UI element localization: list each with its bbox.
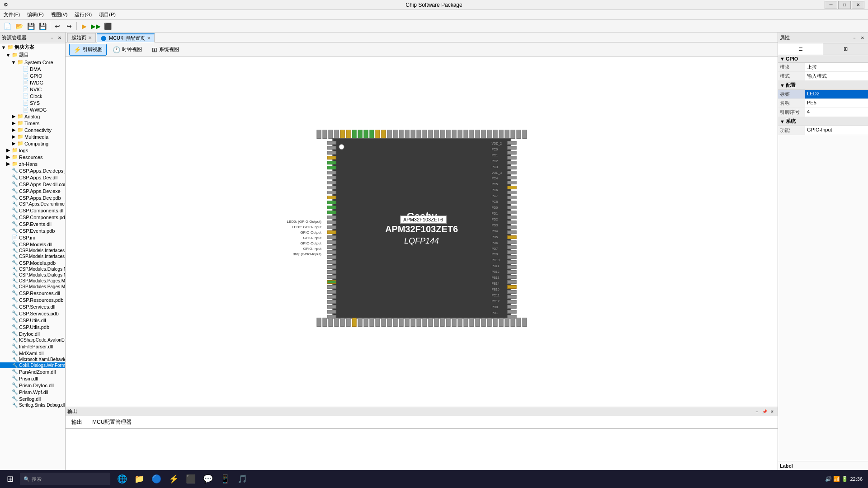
tree-file-dryioc[interactable]: 🔧 DryIoc.dll [0, 330, 65, 337]
right-tab-properties[interactable]: ☰ [778, 43, 823, 55]
tree-file-modules-dialogs1[interactable]: 🔧 CSP.Modules.Dialogs.NewMC [0, 266, 65, 272]
prop-value-name[interactable]: PE5 [805, 99, 868, 108]
tree-resources[interactable]: ▶ 📁 Resources [0, 154, 65, 160]
menu-project[interactable]: 项目(P) [95, 10, 119, 19]
taskbar-app-5[interactable]: ⬛ [183, 471, 199, 487]
tree-file-mdxaml[interactable]: 🔧 MdXaml.dll [0, 350, 65, 357]
tree-file-3[interactable]: 🔧 CSP.Apps.Dev.dll.config [0, 181, 65, 188]
tree-file-2[interactable]: 🔧 CSP.Apps.Dev.dll [0, 174, 65, 181]
tree-file-panandzoom[interactable]: 🔧 PanAndZoom.dll [0, 368, 65, 375]
taskbar-app-3[interactable]: 🔵 [148, 471, 165, 487]
prop-value-function[interactable]: GPIO-Input [805, 126, 868, 135]
prop-value-label[interactable]: LED2 [805, 90, 868, 99]
tree-item-0[interactable]: ▼ 📁 题目 [0, 51, 65, 59]
tree-file-serilog[interactable]: 🔧 Serilog.dll [0, 395, 65, 402]
tree-file-resources-pdb[interactable]: 🔧 CSP.Resources.pdb [0, 296, 65, 303]
chip-canvas[interactable]: LED0: (GPIO-Output) LED2: GPIO-Input GPI… [66, 57, 778, 407]
output-tab-mcu-config[interactable]: MCU配置管理器 [88, 417, 136, 427]
output-tab-output[interactable]: 输出 [67, 417, 86, 427]
tree-zh-hans[interactable]: ▶ 📁 zh-Hans [0, 160, 65, 167]
output-minimize-button[interactable]: − [753, 408, 760, 415]
tree-file-serilog-sinks[interactable]: 🔧 Serilog.Sinks.Debug.dll [0, 402, 65, 408]
prop-value-pin-no[interactable]: 4 [805, 108, 868, 117]
tree-sys[interactable]: 📄 SYS [0, 99, 65, 106]
tree-file-9[interactable]: 🔧 CSP.Events.dll [0, 221, 65, 227]
right-tab-details[interactable]: ⊞ [823, 43, 868, 55]
output-close-button[interactable]: ✕ [769, 408, 776, 415]
tree-nvic[interactable]: 📄 NVIC [0, 86, 65, 93]
pin-view-button[interactable]: ⚡ 引脚视图 [69, 44, 107, 56]
tree-file-utils-pdb[interactable]: 🔧 CSP.Utils.pdb [0, 324, 65, 330]
prop-value-module[interactable]: 上拉 [805, 63, 868, 71]
taskbar-app-2[interactable]: 📁 [131, 471, 147, 487]
tree-multimedia[interactable]: ▶ 📁 Multimedia [0, 133, 65, 140]
tree-file-prism[interactable]: 🔧 Prism.dll [0, 375, 65, 382]
tree-system-core[interactable]: ▼ 📁 System Core [0, 59, 65, 66]
tree-file-5[interactable]: 🔧 CSP.Apps.Dev.pdb [0, 194, 65, 201]
tree-file-microsoft-xaml[interactable]: 🔧 Microsoft.Xaml.Behaviors.dll [0, 357, 65, 362]
clock-view-button[interactable]: 🕐 时钟视图 [108, 44, 146, 56]
tree-file-7[interactable]: 🔧 CSP.Components.dll [0, 207, 65, 214]
right-panel-close[interactable]: ✕ [859, 34, 866, 42]
taskbar-app-7[interactable]: 📱 [217, 471, 233, 487]
tree-gpio[interactable]: 📄 GPIO [0, 72, 65, 79]
run-button[interactable]: ▶▶ [90, 21, 101, 32]
tab-close-icon[interactable]: ✕ [147, 36, 151, 41]
tree-dma[interactable]: 📄 DMA [0, 66, 65, 72]
tree-iwdg[interactable]: 📄 IWDG [0, 79, 65, 86]
tree-file-models-if-pdb[interactable]: 🔧 CSP.Models.Interfaces.pdb [0, 253, 65, 259]
taskbar-app-1[interactable]: 🌐 [114, 471, 130, 487]
open-button[interactable]: 📂 [14, 21, 24, 32]
system-view-button[interactable]: ⊞ 系统视图 [148, 44, 183, 56]
redo-button[interactable]: ↪ [64, 21, 75, 32]
tree-clock[interactable]: 📄 Clock [0, 93, 65, 99]
menu-file[interactable]: 文件(F) [0, 10, 24, 19]
gpio-section-header[interactable]: ▼ GPIO [778, 55, 868, 63]
tree-file-modules-dialogs2[interactable]: 🔧 CSP.Modules.Dialogs.NewMC [0, 272, 65, 278]
tree-file-10[interactable]: 🔧 CSP.Events.pdb [0, 227, 65, 234]
tree-solution[interactable]: ▼ 📁 解决方案 [0, 43, 65, 51]
tree-file-services-pdb[interactable]: 🔧 CSP.Services.pdb [0, 310, 65, 317]
taskbar-app-4[interactable]: ⚡ [165, 471, 182, 487]
menu-edit[interactable]: 编辑(E) [24, 10, 47, 19]
tree-file-ini[interactable]: 📄 CSP.ini [0, 234, 65, 241]
minimize-button[interactable]: ─ [825, 1, 837, 9]
tree-file-utils-dll[interactable]: 🔧 CSP.Utils.dll [0, 317, 65, 324]
save-all-button[interactable]: 💾 [37, 21, 48, 32]
tree-file-iniparser[interactable]: 🔧 IniFileParser.dll [0, 343, 65, 350]
tree-file-1[interactable]: 🔧 CSP.Apps.Dev.deps.json [0, 167, 65, 174]
panel-close-button[interactable]: ✕ [56, 34, 63, 42]
build-button[interactable]: ▶ [79, 21, 90, 32]
tree-file-ookii[interactable]: 🔧 Ookii.Dialogs.WinForms.dll [0, 362, 65, 368]
tree-file-services-dll[interactable]: 🔧 CSP.Services.dll [0, 303, 65, 310]
menu-view[interactable]: 视图(V) [47, 10, 71, 19]
panel-collapse-button[interactable]: − [48, 34, 56, 42]
right-panel-minimize[interactable]: − [851, 34, 858, 42]
tree-computing[interactable]: ▶ 📁 Computing [0, 140, 65, 147]
tree-file-prism-dryioc[interactable]: 🔧 Prism.DryIoc.dll [0, 382, 65, 389]
tab-mcu[interactable]: ⬤ MCU引脚配置页 ✕ [97, 33, 155, 42]
tree-wwdg[interactable]: 📄 WWDG [0, 106, 65, 113]
menu-run[interactable]: 运行(G) [71, 10, 95, 19]
start-button[interactable]: ⊞ [2, 471, 18, 487]
taskbar-app-6[interactable]: 💬 [200, 471, 216, 487]
system-section-header[interactable]: ▼ 系统 [778, 117, 868, 126]
tree-file-prism-wpf[interactable]: 🔧 Prism.Wpf.dll [0, 389, 65, 395]
tree-file-pages-mcu-dll[interactable]: 🔧 CSP.Modules.Pages.MCU.dll [0, 278, 65, 284]
tree-file-models-pdb[interactable]: 🔧 CSP.Models.pdb [0, 259, 65, 266]
tab-close-icon[interactable]: ✕ [88, 35, 92, 40]
tab-start[interactable]: 起始页 ✕ [67, 33, 96, 42]
maximize-button[interactable]: □ [838, 1, 851, 9]
output-pin-button[interactable]: 📌 [761, 408, 768, 415]
taskbar-search[interactable]: 🔍 搜索 [20, 473, 110, 485]
tree-file-avalon[interactable]: 🔧 ICSharpCode.AvalonEdit.dll [0, 337, 65, 343]
tree-logs[interactable]: ▶ 📁 logs [0, 147, 65, 154]
save-button[interactable]: 💾 [25, 21, 36, 32]
tree-file-resources-dll[interactable]: 🔧 CSP.Resources.dll [0, 290, 65, 296]
close-button[interactable]: ✕ [852, 1, 864, 9]
undo-button[interactable]: ↩ [52, 21, 63, 32]
tree-file-models-if[interactable]: 🔧 CSP.Models.Interfaces.dll [0, 248, 65, 253]
tree-file-8[interactable]: 🔧 CSP.Components.pdb [0, 214, 65, 221]
new-button[interactable]: 📄 [2, 21, 13, 32]
stop-button[interactable]: ⬛ [102, 21, 113, 32]
